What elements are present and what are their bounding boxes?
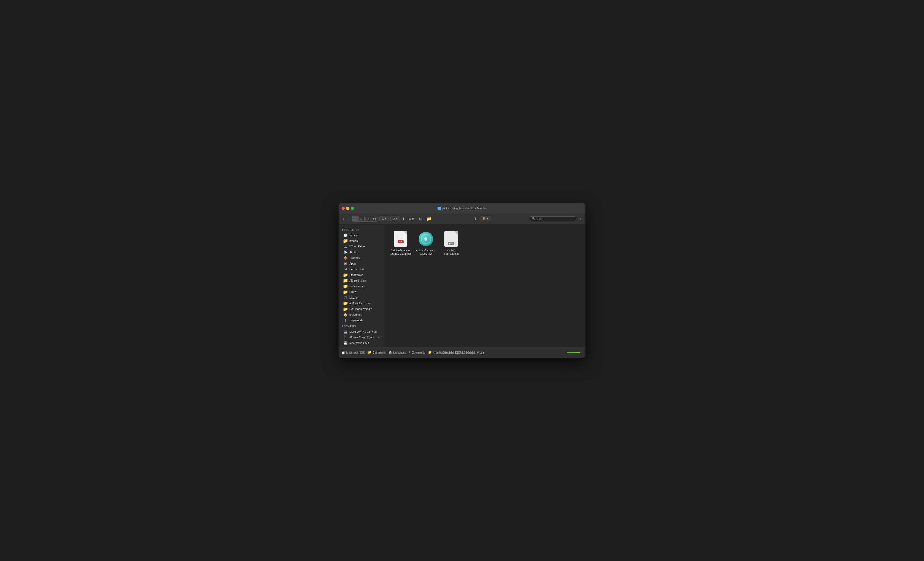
file-item-pdf[interactable]: PDF ArduinoSimulatorDrag&D...cOS.pdf xyxy=(389,229,412,257)
sidebar-item-films[interactable]: 📁 Films xyxy=(340,289,383,295)
search-box[interactable]: 🔍 xyxy=(530,216,576,221)
sidebar-item-iphone[interactable]: 📱 iPhone X van Louis ⏏ xyxy=(340,334,383,340)
sidebar-item-musiclist[interactable]: 📁 a Musiclist Louis xyxy=(340,300,383,306)
view-column-button[interactable]: ⊟ xyxy=(364,216,371,221)
htdocs-icon: 📁 xyxy=(344,239,348,243)
recent-icon: 🕐 xyxy=(344,233,348,237)
sidebar-item-icloud[interactable]: ☁ iCloud Drive xyxy=(340,244,383,249)
action-button[interactable]: ⚙ ▾ xyxy=(390,216,400,221)
sidebar-label-bureaublad: Bureaublad xyxy=(350,268,364,271)
titlebar: Arduino Simulator D&D 1.2 MacOS xyxy=(339,203,585,213)
tag-button[interactable]: 🏷 xyxy=(417,216,424,222)
sidebar-item-macintosh-ssd[interactable]: 💾 Macintosh SSD xyxy=(340,340,383,346)
sidebar-label-afbeeldingen: Afbeeldingen xyxy=(350,279,366,282)
sidebar-item-bureaublad[interactable]: 🖥 Bureaublad xyxy=(340,266,383,272)
search-input[interactable] xyxy=(537,217,574,220)
search-icon: 🔍 xyxy=(532,217,536,220)
sidebar-item-muziek[interactable]: 🎵 Muziek xyxy=(340,295,383,300)
breadcrumb-sep-1: › xyxy=(366,351,367,354)
sidebar: Favorieten 🕐 Recent 📁 htdocs ☁ iCloud Dr… xyxy=(339,224,385,347)
back-button[interactable]: ‹ xyxy=(341,216,345,222)
elektronica-icon: 📁 xyxy=(344,273,348,277)
breadcrumb-sep-2: › xyxy=(387,351,387,354)
rtf-file-icon: RTF xyxy=(443,231,459,247)
arrange-button[interactable]: ⊞ ▾ xyxy=(380,216,389,221)
file-item-fritzing[interactable]: ArduinoSimulatorDragDraw xyxy=(414,229,438,257)
sidebar-item-louisdhont[interactable]: 🏠 louisdhont xyxy=(340,312,383,317)
pdf-file-name: ArduinoSimulatorDrag&D...cOS.pdf xyxy=(390,249,411,256)
bureaublad-icon: 🖥 xyxy=(344,267,348,271)
maximize-button[interactable] xyxy=(351,207,354,210)
icloud-icon: ☁ xyxy=(344,244,348,248)
file-area[interactable]: PDF ArduinoSimulatorDrag&D...cOS.pdf Ard… xyxy=(385,224,585,347)
breadcrumb-sep-3: › xyxy=(406,351,407,354)
sidebar-item-afbeeldingen[interactable]: 📁 Afbeeldingen xyxy=(340,278,383,283)
sidebar-item-documenten[interactable]: 📁 Documenten xyxy=(340,283,383,289)
view-buttons: ⊞ ≡ ⊟ ⊠ xyxy=(352,216,378,222)
breadcrumb-louisdhont-icon: 🏠 xyxy=(388,351,392,354)
view-icon-button[interactable]: ⊞ xyxy=(352,216,358,221)
sidebar-item-apps[interactable]: ⊞ Apps xyxy=(340,261,383,266)
main-area: Favorieten 🕐 Recent 📁 htdocs ☁ iCloud Dr… xyxy=(339,224,585,347)
file-item-rtf[interactable]: RTF InstallationinformationI.rtf xyxy=(440,229,463,257)
close-button[interactable] xyxy=(342,207,345,210)
breadcrumb-gebruikers-icon: 📁 xyxy=(368,351,372,354)
pdf-file-icon: PDF xyxy=(392,231,409,247)
sidebar-label-airdrop: AirDrop xyxy=(350,251,359,254)
fritzing-file-icon xyxy=(418,231,434,247)
fritzing-file-name: ArduinoSimulatorDragDraw xyxy=(416,249,436,256)
breadcrumb-gebruikers-label: Gebruikers xyxy=(372,351,386,354)
breadcrumb-arduino-icon: 📁 xyxy=(428,351,432,354)
info-button[interactable]: ℹ xyxy=(401,216,406,222)
sidebar-label-htdocs: htdocs xyxy=(350,239,358,242)
dropbox-button[interactable]: 📦 ▾ xyxy=(480,216,490,221)
breadcrumb-sep-4: › xyxy=(426,351,427,354)
documenten-icon: 📁 xyxy=(344,284,348,288)
muziek-icon: 🎵 xyxy=(344,295,348,299)
path-button[interactable]: ≡ ▾ xyxy=(407,216,416,222)
progress-bar xyxy=(567,352,582,353)
folder-button[interactable]: 📁 xyxy=(425,215,434,222)
breadcrumb-louisdhont-label: louisdhont xyxy=(393,351,405,354)
downloads-icon: ⬇ xyxy=(344,318,348,322)
breadcrumb-macintosh-ssd-label: Macintosh SSD xyxy=(346,351,365,354)
minimize-button[interactable] xyxy=(346,207,350,210)
window-title-text: Arduino Simulator D&D 1.2 MacOS xyxy=(442,207,487,210)
breadcrumb-gebruikers[interactable]: 📁 Gebruikers xyxy=(368,351,386,354)
netbeans-icon: 📁 xyxy=(344,307,348,311)
traffic-lights xyxy=(342,207,354,210)
toolbar: ‹ › ⊞ ≡ ⊟ ⊠ ⊞ ▾ ⚙ ▾ ℹ ≡ ▾ 🏷 📁 ⬆ 📦 ▾ 🔍 + xyxy=(339,213,585,224)
rtf-file-name: InstallationinformationI.rtf xyxy=(443,249,459,256)
sidebar-label-documenten: Documenten xyxy=(350,285,365,288)
sidebar-label-icloud: iCloud Drive xyxy=(350,245,365,248)
macintosh-ssd-icon: 💾 xyxy=(344,341,348,345)
sidebar-item-elektronica[interactable]: 📁 Elektronica xyxy=(340,272,383,278)
view-cover-button[interactable]: ⊠ xyxy=(371,216,378,221)
window-title: Arduino Simulator D&D 1.2 MacOS xyxy=(438,207,487,210)
sidebar-item-htdocs[interactable]: 📁 htdocs xyxy=(340,238,383,244)
sidebar-item-netbeans[interactable]: 📁 NetBeansProjects xyxy=(340,306,383,312)
dropbox-icon: 📦 xyxy=(344,256,348,260)
sidebar-label-netbeans: NetBeansProjects xyxy=(350,307,372,310)
sidebar-label-dropbox: Dropbox xyxy=(350,256,360,259)
breadcrumb-macintosh-ssd[interactable]: 💾 Macintosh SSD xyxy=(342,351,365,354)
view-list-button[interactable]: ≡ xyxy=(358,216,364,221)
add-button[interactable]: + xyxy=(578,216,583,222)
nav-buttons: ‹ › xyxy=(341,216,350,222)
sidebar-item-downloads[interactable]: ⬇ Downloads xyxy=(340,317,383,323)
progress-area xyxy=(567,352,582,353)
sidebar-item-dropbox[interactable]: 📦 Dropbox xyxy=(340,255,383,261)
airdrop-icon: 📡 xyxy=(344,250,348,254)
iphone-eject-icon[interactable]: ⏏ xyxy=(377,336,380,339)
sidebar-label-elektronica: Elektronica xyxy=(350,273,363,276)
bottom-bar: 💾 Macintosh SSD › 📁 Gebruikers › 🏠 louis… xyxy=(339,347,585,358)
sidebar-item-macbook[interactable]: 💻 MacBook Pro 15" van Louis xyxy=(340,329,383,334)
sidebar-item-airdrop[interactable]: 📡 AirDrop xyxy=(340,249,383,255)
macbook-icon: 💻 xyxy=(344,329,348,334)
breadcrumb-downloads[interactable]: ⬇ Downloads xyxy=(409,351,425,354)
breadcrumb-louisdhont[interactable]: 🏠 louisdhont xyxy=(388,351,405,354)
sidebar-item-recent[interactable]: 🕐 Recent xyxy=(340,232,383,238)
share-button[interactable]: ⬆ xyxy=(472,216,478,222)
sidebar-label-recent: Recent xyxy=(350,233,358,237)
forward-button[interactable]: › xyxy=(346,216,350,222)
